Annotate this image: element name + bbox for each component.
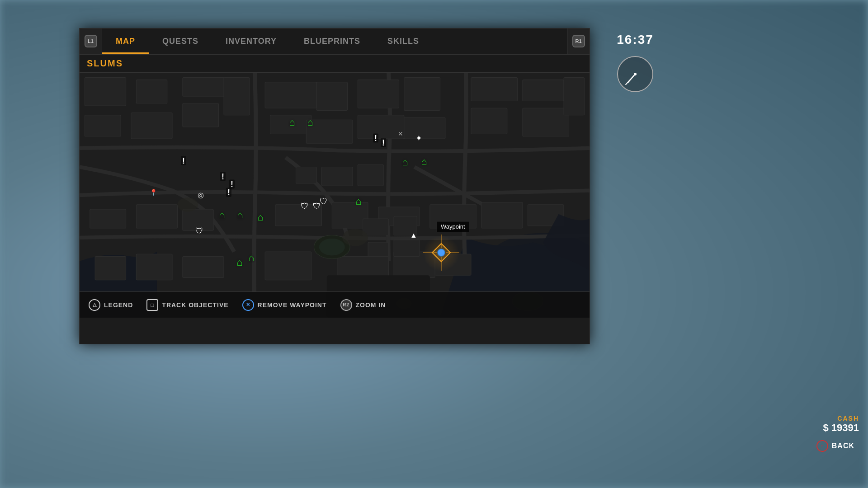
waypoint-svg	[423, 235, 459, 271]
svg-rect-34	[265, 252, 311, 280]
svg-rect-15	[404, 77, 440, 110]
tab-quests[interactable]: QUESTS	[149, 28, 212, 54]
marker-house-2: ⌂	[307, 117, 313, 128]
marker-house-8: ⌂	[355, 196, 361, 207]
svg-rect-6	[183, 77, 229, 96]
zoom-in-action[interactable]: R2 ZOOM IN	[340, 299, 386, 311]
tab-inventory[interactable]: INVENTORY	[212, 28, 290, 54]
svg-rect-23	[136, 205, 177, 228]
marker-arrow-1: ▲	[410, 231, 417, 239]
back-button[interactable]: ○ BACK	[816, 440, 854, 452]
svg-rect-8	[224, 77, 250, 115]
marker-special-2: ✕	[398, 130, 403, 138]
marker-shield-4: 🛡	[320, 197, 328, 206]
svg-rect-38	[363, 219, 389, 235]
svg-rect-32	[136, 254, 172, 280]
marker-target-1: ◎	[198, 191, 204, 199]
svg-rect-2	[85, 77, 126, 106]
cash-label: CASH	[823, 415, 859, 422]
cash-section: CASH $ 19391	[823, 415, 859, 434]
svg-rect-14	[358, 115, 404, 139]
map-header: SLUMS	[80, 55, 590, 73]
marker-shield-1: 🛡	[195, 226, 203, 236]
l1-button[interactable]: L1	[80, 28, 102, 54]
svg-rect-33	[183, 257, 224, 278]
map-viewport[interactable]: ⌂ ⌂ ⌂ ⌂ ⌂ ⌂ ⌂ ⌂ ⌂	[80, 73, 590, 318]
svg-rect-43	[358, 164, 383, 186]
area-name: SLUMS	[87, 58, 123, 68]
tab-skills[interactable]: SKILLS	[374, 28, 433, 54]
svg-rect-21	[564, 77, 585, 115]
svg-rect-40	[368, 242, 389, 256]
remove-waypoint-action[interactable]: ✕ REMOVE WAYPOINT	[242, 299, 327, 311]
marker-house-4: ⌂	[237, 209, 243, 221]
svg-rect-13	[358, 80, 399, 108]
svg-rect-4	[85, 115, 121, 136]
marker-house-9: ⌂	[402, 156, 408, 168]
waypoint-marker: Waypoint	[423, 235, 459, 272]
svg-rect-11	[316, 82, 347, 111]
svg-point-50	[342, 229, 368, 246]
svg-rect-9	[265, 82, 316, 108]
marker-house-6: ⌂	[236, 257, 242, 268]
bottom-bar: △ LEGEND □ TRACK OBJECTIVE ✕ REMOVE WAYP…	[80, 291, 590, 318]
remove-waypoint-btn: ✕	[242, 299, 254, 311]
svg-point-57	[438, 249, 445, 256]
svg-rect-3	[136, 80, 167, 103]
zoom-in-btn: R2	[340, 299, 352, 311]
svg-rect-19	[523, 80, 564, 101]
tab-bar: L1 MAP QUESTS INVENTORY BLUEPRINTS SKILL…	[80, 28, 590, 55]
legend-btn: △	[89, 299, 100, 311]
marker-quest-1: !	[181, 156, 186, 166]
cash-value: $ 19391	[823, 422, 859, 434]
svg-rect-31	[95, 257, 126, 280]
waypoint-tooltip: Waypoint	[437, 221, 469, 232]
svg-rect-20	[523, 108, 569, 136]
right-panel: 16:37	[590, 28, 680, 344]
svg-rect-7	[183, 103, 219, 127]
clock-minute-hand	[625, 74, 636, 85]
back-btn-icon: ○	[816, 440, 828, 452]
marker-quest-2: !	[220, 172, 226, 182]
marker-house-1: ⌂	[289, 117, 295, 128]
svg-rect-17	[471, 77, 518, 101]
svg-rect-12	[306, 120, 353, 143]
svg-rect-41	[394, 240, 420, 256]
marker-house-7: ⌂	[257, 211, 263, 223]
svg-rect-5	[131, 113, 172, 139]
svg-point-49	[177, 197, 198, 211]
clock-center	[634, 73, 637, 75]
marker-house-10: ⌂	[421, 156, 427, 168]
map-panel: SLUMS	[80, 55, 590, 344]
svg-point-46	[319, 239, 345, 256]
svg-rect-16	[404, 117, 445, 139]
clock-face	[617, 56, 653, 92]
marker-quest-5: !	[373, 134, 378, 143]
svg-rect-44	[296, 167, 317, 183]
track-objective-btn: □	[146, 299, 158, 311]
r1-button[interactable]: R1	[567, 28, 590, 54]
l1-btn-icon: L1	[85, 35, 97, 47]
track-objective-action[interactable]: □ TRACK OBJECTIVE	[146, 299, 228, 311]
r1-btn-icon: R1	[572, 35, 585, 47]
svg-rect-22	[90, 209, 126, 228]
marker-pin-1: 📍	[150, 188, 157, 197]
marker-special-1: ✦	[415, 133, 422, 143]
marker-shield-2: 🛡	[301, 202, 309, 211]
tab-blueprints[interactable]: BLUEPRINTS	[290, 28, 374, 54]
tab-list: MAP QUESTS INVENTORY BLUEPRINTS SKILLS	[102, 28, 567, 54]
svg-rect-42	[322, 167, 353, 186]
marker-house-5: ⌂	[248, 252, 254, 264]
time-display: 16:37	[617, 33, 654, 47]
legend-action[interactable]: △ LEGEND	[89, 299, 133, 311]
svg-rect-29	[481, 202, 523, 228]
marker-quest-4: !	[226, 188, 231, 197]
ui-panel: L1 MAP QUESTS INVENTORY BLUEPRINTS SKILL…	[79, 28, 590, 344]
tab-map[interactable]: MAP	[102, 28, 149, 54]
marker-quest-6: !	[381, 138, 386, 148]
marker-house-3: ⌂	[219, 209, 225, 221]
svg-rect-18	[471, 108, 507, 134]
